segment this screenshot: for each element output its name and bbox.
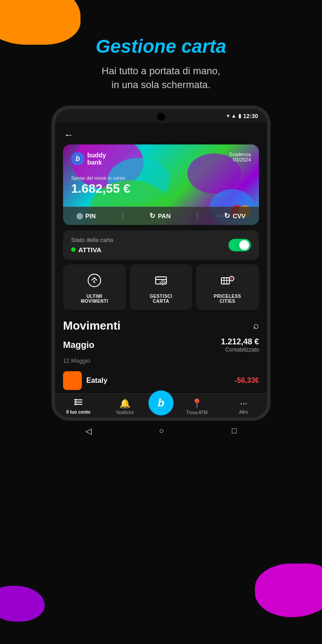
card-status-value: ATTIVA [78, 246, 102, 254]
movements-section: Movimenti ⌕ Maggio 1.212,48 € Contabiliz… [55, 314, 267, 394]
account-icon [73, 398, 83, 408]
svg-point-13 [75, 399, 76, 401]
month-label: Maggio [63, 340, 94, 350]
nav-notifiche-label: Notifiche [116, 410, 134, 415]
divider-2 [197, 212, 198, 220]
phone-mockup: ▾ ▲ ▮ 12:30 ← b [51, 106, 271, 421]
signal-icon: ▲ [231, 113, 237, 119]
nav-atm-label: Trova ATM [186, 410, 208, 415]
center-button[interactable]: b [148, 390, 174, 415]
svg-point-11 [231, 278, 233, 280]
rotate-icon-2: ↻ [224, 212, 230, 220]
rotate-icon: ↻ [149, 212, 155, 220]
pin-button[interactable]: ◎ PIN [76, 212, 96, 220]
transaction-name: Eataly [86, 377, 230, 385]
status-active-dot [71, 247, 76, 252]
card-spend-label: Spese del mese in corso [71, 175, 251, 181]
wifi-icon: ▾ [227, 113, 229, 119]
back-button[interactable]: ← [64, 129, 74, 141]
camera-notch [157, 113, 165, 121]
bell-icon: 🔔 [119, 398, 131, 409]
divider [123, 212, 123, 220]
card-amount: 1.682,55 € [71, 182, 251, 196]
pan-button[interactable]: ↻ PAN [149, 212, 171, 220]
nav-il-tuo-conto[interactable]: Il tuo conto [55, 398, 102, 415]
movimenti-icon: € [85, 271, 104, 290]
android-home-button[interactable]: ○ [159, 426, 164, 436]
bottom-nav: Il tuo conto 🔔 Notifiche b 📍 Trova ATM [55, 394, 267, 417]
android-back-button[interactable]: ◁ [85, 426, 92, 436]
center-letter: b [158, 397, 165, 409]
card-status-label: Stato della carta [71, 237, 113, 243]
month-total-amount: 1.212,48 € [221, 337, 259, 347]
nav-conto-label: Il tuo conto [66, 410, 90, 415]
gestisci-icon [151, 271, 171, 290]
month-total-label: Contabilizzato [221, 347, 259, 353]
svg-rect-6 [221, 278, 229, 284]
svg-point-5 [162, 281, 164, 283]
cvv-button[interactable]: ↻ CVV [224, 212, 246, 220]
android-nav-bar: ◁ ○ □ [51, 421, 271, 441]
location-icon: 📍 [191, 398, 203, 409]
nav-trova-atm[interactable]: 📍 Trova ATM [174, 398, 220, 415]
svg-text:€: € [93, 280, 96, 284]
status-bar: ▾ ▲ ▮ 12:30 [55, 109, 267, 123]
android-recents-button[interactable]: □ [232, 426, 237, 436]
buddy-bank-logo-b: b [71, 152, 85, 165]
page-subtitle: Hai tutto a portata di mano, in una sola… [96, 64, 226, 92]
actions-grid: € ULTIMI MOVIMENTI [63, 264, 259, 310]
search-button[interactable]: ⌕ [253, 320, 259, 331]
priceless-label: PRICELESS CITIES [214, 294, 241, 304]
priceless-cities-button[interactable]: PRICELESS CITIES [196, 264, 259, 310]
card-actions-row: ◎ PIN ↻ PAN ↻ CVV [63, 207, 259, 225]
battery-icon: ▮ [238, 113, 242, 119]
nav-altro[interactable]: ··· Altro [220, 398, 267, 415]
movements-title: Movimenti [63, 319, 121, 333]
card-status-row: Stato della carta ATTIVA [63, 230, 259, 260]
movimenti-label: ULTIMI MOVIMENTI [81, 294, 108, 304]
page-title: Gestione carta [96, 36, 226, 57]
card-expiry: Scadenza 03/2024 [229, 152, 251, 162]
priceless-icon [218, 271, 237, 290]
nav-notifiche[interactable]: 🔔 Notifiche [102, 398, 149, 415]
eye-icon: ◎ [76, 212, 83, 220]
credit-card: b buddybank Scadenza 03/2024 Spese del m… [63, 144, 259, 225]
buddy-bank-logo-text: buddybank [87, 152, 106, 167]
transaction-amount: -56,33€ [235, 377, 259, 385]
gestisci-label: GESTISCI CARTA [150, 294, 173, 304]
nav-altro-label: Altro [239, 410, 248, 415]
gestisci-carta-button[interactable]: GESTISCI CARTA [130, 264, 193, 310]
transaction-date: 12 Maggio [63, 357, 259, 364]
svg-point-17 [75, 403, 76, 405]
table-row[interactable]: Eataly -56,33€ [63, 368, 259, 394]
status-time: 12:30 [243, 113, 258, 119]
svg-point-15 [75, 401, 76, 403]
transaction-logo [63, 371, 82, 390]
toggle-knob [239, 240, 249, 250]
dots-icon: ··· [240, 398, 247, 408]
ultimi-movimenti-button[interactable]: € ULTIMI MOVIMENTI [63, 264, 126, 310]
nav-center[interactable]: b [148, 398, 174, 415]
card-status-toggle[interactable] [229, 239, 251, 251]
